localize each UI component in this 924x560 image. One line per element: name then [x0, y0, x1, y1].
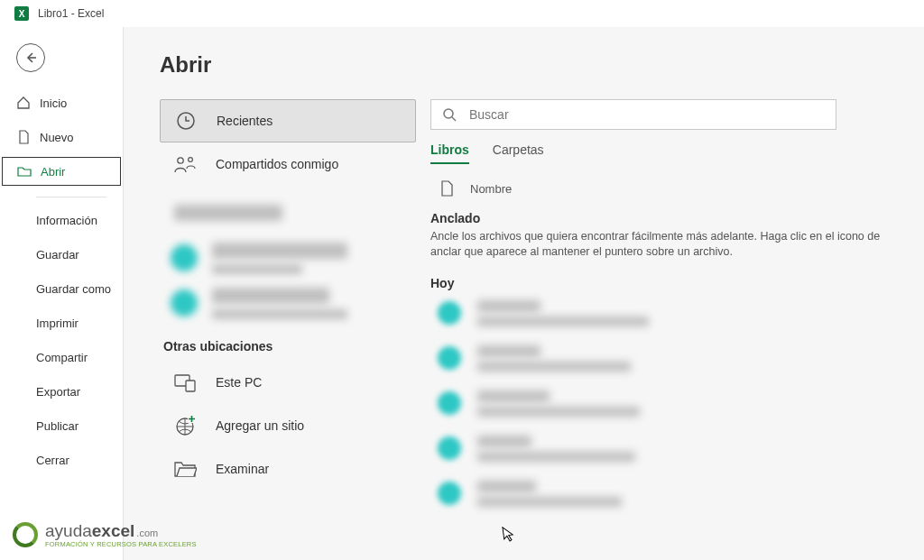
redacted-file-icon: [438, 346, 461, 370]
recent-file-row[interactable]: [430, 382, 924, 426]
watermark-logo: ayudaexcel.com FORMACIÓN Y RECURSOS PARA…: [13, 522, 197, 548]
nav-info[interactable]: Información: [0, 207, 123, 234]
open-locations-column: Recientes Compartidos conmigo: [160, 99, 430, 560]
nav-publish[interactable]: Publicar: [0, 412, 123, 439]
redacted-file-icon: [438, 482, 461, 505]
tab-folders[interactable]: Carpetas: [493, 142, 544, 164]
other-locations-heading: Otras ubicaciones: [163, 339, 416, 353]
location-this-pc[interactable]: Este PC: [160, 361, 416, 404]
document-icon: [439, 180, 454, 197]
redacted-file-name: [477, 481, 622, 507]
redacted-file-name: [477, 436, 635, 462]
nav-export[interactable]: Exportar: [0, 378, 123, 405]
nav-saveas[interactable]: Guardar como: [0, 275, 123, 302]
nav-print[interactable]: Imprimir: [0, 309, 123, 336]
logo-brand-b: excel: [92, 521, 135, 540]
nav-print-label: Imprimir: [36, 317, 79, 330]
folder-browse-icon: [172, 459, 198, 479]
nav-publish-label: Publicar: [36, 419, 79, 433]
redacted-file-name: [477, 300, 649, 326]
nav-home[interactable]: Inicio: [0, 88, 123, 117]
nav-close[interactable]: Cerrar: [0, 446, 123, 473]
clock-icon: [173, 110, 199, 132]
column-name-label: Nombre: [470, 182, 512, 196]
location-recent-label: Recientes: [217, 114, 273, 128]
nav-separator: [36, 197, 106, 197]
backstage-content: Abrir Recientes Compartidos conmigo: [123, 27, 924, 560]
this-pc-icon: [172, 372, 198, 393]
redacted-file-name: [477, 345, 631, 372]
location-add-place[interactable]: Agregar un sitio: [160, 404, 416, 447]
nav-share[interactable]: Compartir: [0, 344, 123, 371]
svg-point-2: [189, 158, 193, 162]
tab-folders-label: Carpetas: [493, 142, 544, 157]
file-list-column: Buscar Libros Carpetas Nombre Anclado An…: [430, 99, 924, 560]
logo-com: .com: [136, 528, 158, 538]
search-icon: [442, 107, 457, 122]
nav-save[interactable]: Guardar: [0, 241, 123, 268]
nav-new-label: Nuevo: [40, 131, 74, 144]
location-this-pc-label: Este PC: [216, 375, 262, 390]
nav-open[interactable]: Abrir: [2, 157, 121, 186]
recent-file-row[interactable]: [430, 473, 924, 516]
page-title: Abrir: [160, 52, 211, 78]
tab-workbooks-label: Libros: [430, 142, 469, 157]
svg-rect-4: [186, 381, 195, 391]
shared-icon: [172, 154, 198, 174]
svg-point-1: [178, 158, 183, 163]
logo-ring-icon: [13, 522, 38, 547]
back-button[interactable]: [16, 43, 45, 72]
pinned-section-desc: Ancle los archivos que quiera encontrar …: [430, 229, 900, 260]
nav-new[interactable]: Nuevo: [0, 123, 123, 151]
folder-open-icon: [17, 164, 32, 179]
location-shared-label: Compartidos conmigo: [216, 157, 338, 171]
nav-share-label: Compartir: [36, 351, 88, 364]
nav-save-label: Guardar: [36, 248, 79, 262]
location-recent[interactable]: Recientes: [160, 99, 416, 142]
recent-file-row[interactable]: [430, 427, 924, 471]
title-bar: X Libro1 - Excel: [0, 0, 924, 27]
nav-home-label: Inicio: [40, 96, 67, 110]
location-browse-label: Examinar: [216, 462, 269, 476]
redacted-account-row[interactable]: [160, 238, 416, 278]
arrow-left-icon: [23, 50, 38, 65]
backstage-sidebar: Inicio Nuevo Abrir Información Guardar G…: [0, 27, 123, 560]
location-browse[interactable]: Examinar: [160, 447, 416, 491]
document-icon: [16, 130, 31, 144]
location-shared[interactable]: Compartidos conmigo: [160, 142, 416, 186]
redacted-file-name: [477, 390, 640, 417]
redacted-file-icon: [438, 301, 461, 325]
home-icon: [16, 96, 31, 110]
search-input[interactable]: Buscar: [430, 99, 836, 130]
nav-close-label: Cerrar: [36, 454, 69, 467]
file-tabs: Libros Carpetas: [430, 142, 924, 164]
add-place-icon: [172, 414, 198, 437]
logo-brand-a: ayuda: [45, 521, 92, 540]
redacted-account-row[interactable]: [160, 193, 416, 233]
redacted-avatar: [171, 289, 198, 317]
redacted-account-row[interactable]: [160, 283, 416, 323]
redacted-file-icon: [438, 436, 461, 460]
file-list-header[interactable]: Nombre: [430, 180, 924, 197]
nav-saveas-label: Guardar como: [36, 282, 111, 296]
location-add-place-label: Agregar un sitio: [216, 418, 304, 433]
nav-info-label: Información: [36, 214, 97, 227]
excel-app-icon: X: [14, 6, 29, 21]
pinned-section-title: Anclado: [430, 211, 924, 225]
recent-file-row[interactable]: [430, 337, 924, 381]
tab-workbooks[interactable]: Libros: [430, 142, 469, 164]
svg-point-7: [444, 109, 453, 118]
search-placeholder: Buscar: [469, 107, 509, 122]
nav-export-label: Exportar: [36, 385, 80, 399]
recent-file-row[interactable]: [430, 292, 924, 335]
nav-open-label: Abrir: [41, 165, 65, 179]
mouse-cursor-icon: [502, 525, 516, 543]
redacted-file-icon: [438, 391, 461, 415]
logo-tagline: FORMACIÓN Y RECURSOS PARA EXCELERS: [45, 541, 197, 548]
today-section-title: Hoy: [430, 276, 924, 290]
window-title: Libro1 - Excel: [38, 7, 104, 20]
redacted-avatar: [171, 244, 198, 271]
